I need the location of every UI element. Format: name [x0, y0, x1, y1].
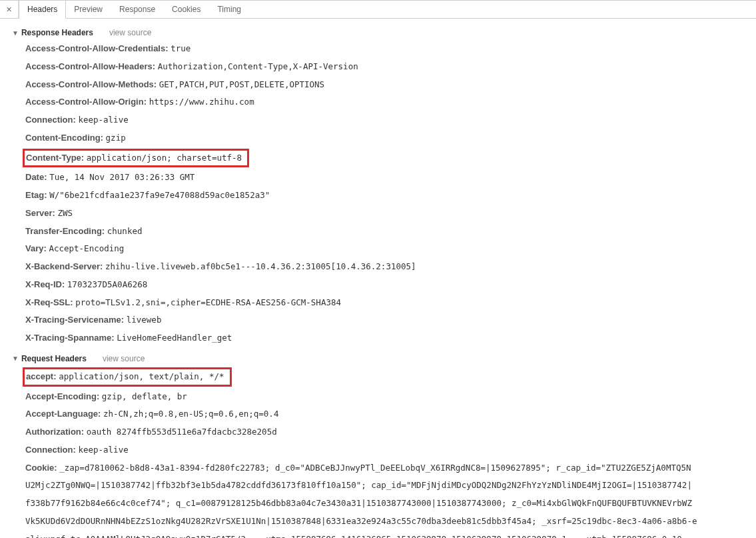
header-name: Content-Type: — [26, 153, 87, 163]
header-name: Accept-Language: — [25, 409, 103, 419]
header-name: Connection: — [25, 115, 78, 125]
tab-response[interactable]: Response — [111, 1, 164, 18]
header-value: proto=TLSv1.2,sni=,cipher=ECDHE-RSA-AES2… — [75, 297, 341, 307]
header-row: Date: Tue, 14 Nov 2017 03:26:33 GMT — [13, 169, 756, 187]
close-icon[interactable]: × — [0, 1, 19, 18]
request-header-rows: accept: application/json, text/plain, */… — [0, 366, 756, 538]
header-row-cookie: Cookie: _zap=d7810062-b8d8-43a1-8394-fd2… — [13, 459, 756, 477]
tab-cookies[interactable]: Cookies — [164, 1, 209, 18]
response-headers-section: ▼ Response Headers view source Access-Co… — [0, 25, 756, 347]
header-value: ZWS — [57, 208, 73, 218]
header-row: Connection: keep-alive — [13, 441, 756, 459]
header-value: Tue, 14 Nov 2017 03:26:33 GMT — [49, 172, 194, 182]
header-value: W/"6be21fcdfaa1e237fa9e7e47088d59ac0e185… — [49, 190, 270, 200]
header-row: Accept-Language: zh-CN,zh;q=0.8,en-US;q=… — [13, 405, 756, 423]
header-row: X-Tracing-Servicename: liveweb — [13, 311, 756, 329]
request-headers-section: ▼ Request Headers view source accept: ap… — [0, 351, 756, 538]
header-name: accept: — [26, 371, 59, 381]
header-name: Access-Control-Allow-Methods: — [25, 79, 159, 89]
header-row: Access-Control-Allow-Methods: GET,PATCH,… — [13, 76, 756, 94]
header-value: zhihu-live.liveweb.af0bc5e1---10.4.36.2:… — [105, 261, 416, 271]
header-row: Access-Control-Allow-Credentials: true — [13, 40, 756, 58]
response-headers-header[interactable]: ▼ Response Headers view source — [0, 25, 756, 40]
header-value: oauth 8274ffb553d511e6a7fdacbc328e205d — [87, 427, 277, 437]
header-row: Transfer-Encoding: chunked — [13, 223, 756, 241]
header-row: Content-Encoding: gzip — [13, 129, 756, 147]
tab-timing[interactable]: Timing — [209, 1, 250, 18]
header-value: application/json, text/plain, */* — [59, 371, 224, 381]
header-row: X-Req-ID: 1703237D5A0A6268 — [13, 276, 756, 294]
header-name: Transfer-Encoding: — [25, 226, 107, 236]
header-value: gzip, deflate, br — [102, 391, 187, 401]
header-name: Access-Control-Allow-Credentials: — [25, 43, 171, 53]
header-value: Authorization,Content-Type,X-API-Version — [158, 61, 358, 71]
header-row: X-Tracing-Spanname: LiveHomeFeedHandler_… — [13, 329, 756, 347]
header-name: Vary: — [25, 243, 49, 253]
header-row: Vary: Accept-Encoding — [13, 240, 756, 258]
header-value: aliyungf_tc=AQAAAMlL9HtJ2gQA9awuOz1D7rGA… — [25, 534, 687, 539]
highlight-annotation: Content-Type: application/json; charset=… — [23, 149, 249, 168]
header-name: Access-Control-Allow-Origin: — [25, 97, 149, 107]
header-row: accept: application/json, text/plain, */… — [13, 366, 756, 388]
header-name: X-Tracing-Spanname: — [25, 333, 117, 343]
header-name: Date: — [25, 172, 49, 182]
header-value: f338b77f9162b84e66c4c0cef74"; q_c1=00879… — [25, 498, 692, 508]
tab-headers[interactable]: Headers — [19, 1, 66, 19]
header-value: GET,PATCH,PUT,POST,DELETE,OPTIONS — [159, 79, 324, 89]
header-value: zh-CN,zh;q=0.8,en-US;q=0.6,en;q=0.4 — [103, 409, 278, 419]
header-value: LiveHomeFeedHandler_get — [117, 333, 232, 343]
header-value: true — [171, 43, 190, 53]
header-name: X-Req-ID: — [25, 279, 67, 289]
cookie-continuation: aliyungf_tc=AQAAAMlL9HtJ2gQA9awuOz1D7rGA… — [13, 531, 756, 539]
header-value: liveweb — [127, 315, 162, 325]
disclosure-triangle-icon: ▼ — [12, 29, 19, 37]
section-title: Request Headers — [21, 354, 87, 363]
header-value: gzip — [106, 133, 126, 143]
cookie-continuation: Vk5KUDd6V2dDOURnNHN4bEZzS1ozNkg4U282RzVr… — [13, 513, 756, 531]
header-row: X-Req-SSL: proto=TLSv1.2,sni=,cipher=ECD… — [13, 294, 756, 312]
header-row: X-Backend-Server: zhihu-live.liveweb.af0… — [13, 258, 756, 276]
header-value: keep-alive — [78, 445, 128, 455]
request-headers-header[interactable]: ▼ Request Headers view source — [0, 351, 756, 366]
cookie-continuation: f338b77f9162b84e66c4c0cef74"; q_c1=00879… — [13, 495, 756, 513]
header-row: Access-Control-Allow-Headers: Authorizat… — [13, 58, 756, 76]
panel-tab-bar: × Headers Preview Response Cookies Timin… — [0, 0, 756, 19]
header-row: Etag: W/"6be21fcdfaa1e237fa9e7e47088d59a… — [13, 187, 756, 205]
header-name: Etag: — [25, 190, 49, 200]
header-row: Access-Control-Allow-Origin: https://www… — [13, 93, 756, 111]
header-name: Accept-Encoding: — [25, 391, 102, 401]
tab-preview[interactable]: Preview — [66, 1, 111, 18]
header-name: Cookie: — [25, 463, 59, 473]
header-row: Content-Type: application/json; charset=… — [13, 147, 756, 169]
header-value: U2Mjc2ZTg0NWQ=|1510387742|ffb32bf3e1b5da… — [25, 480, 692, 490]
header-name: Access-Control-Allow-Headers: — [25, 61, 158, 71]
header-value: chunked — [107, 226, 143, 236]
header-row: Accept-Encoding: gzip, deflate, br — [13, 388, 756, 406]
header-value: application/json; charset=utf-8 — [87, 153, 242, 163]
view-source-link[interactable]: view source — [109, 28, 151, 37]
header-row: Connection: keep-alive — [13, 111, 756, 129]
header-name: X-Backend-Server: — [25, 261, 105, 271]
header-value: https://www.zhihu.com — [149, 97, 254, 107]
headers-content: ▼ Response Headers view source Access-Co… — [0, 19, 756, 538]
view-source-link[interactable]: view source — [103, 354, 145, 363]
header-row: Server: ZWS — [13, 205, 756, 223]
cookie-continuation: U2Mjc2ZTg0NWQ=|1510387742|ffb32bf3e1b5da… — [13, 477, 756, 495]
header-name: Authorization: — [25, 427, 87, 437]
disclosure-triangle-icon: ▼ — [12, 355, 19, 362]
header-value: 1703237D5A0A6268 — [67, 279, 147, 289]
header-value: keep-alive — [78, 115, 128, 125]
header-name: Content-Encoding: — [25, 133, 106, 143]
header-name: Server: — [25, 208, 57, 218]
header-value: Vk5KUDd6V2dDOURnNHN4bEZzS1ozNkg4U282RzVr… — [25, 516, 697, 526]
response-header-rows: Access-Control-Allow-Credentials: trueAc… — [0, 40, 756, 347]
header-name: Connection: — [25, 445, 78, 455]
header-name: X-Req-SSL: — [25, 297, 75, 307]
header-row: Authorization: oauth 8274ffb553d511e6a7f… — [13, 423, 756, 441]
header-name: X-Tracing-Servicename: — [25, 315, 127, 325]
highlight-annotation: accept: application/json, text/plain, */… — [23, 367, 232, 387]
header-value: _zap=d7810062-b8d8-43a1-8394-fd280fc2278… — [59, 463, 691, 473]
section-title: Response Headers — [21, 28, 93, 37]
header-value: Accept-Encoding — [49, 243, 124, 253]
tabs-container: Headers Preview Response Cookies Timing — [19, 1, 250, 18]
